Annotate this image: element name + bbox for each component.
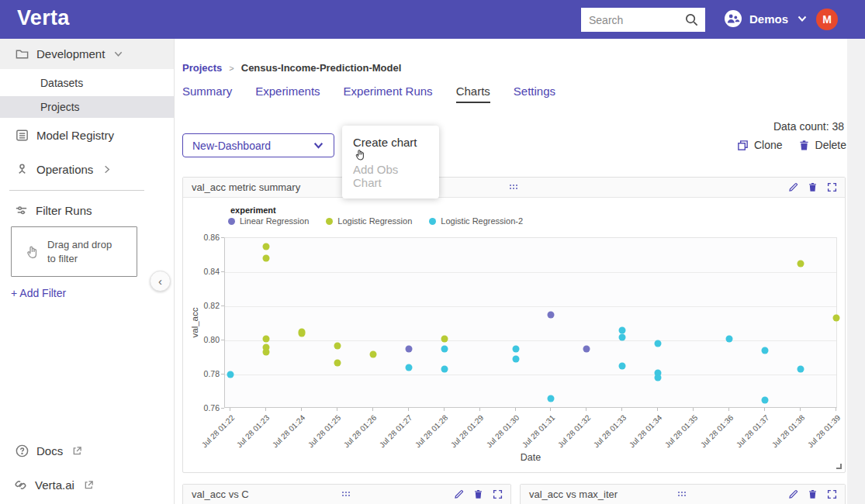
sidebar-item-model-registry[interactable]: Model Registry <box>0 123 174 147</box>
chart-title: val_acc vs C <box>183 488 249 500</box>
data-point[interactable] <box>762 347 769 354</box>
data-point[interactable] <box>619 333 626 340</box>
dashboard-actions: Clone Delete <box>737 139 846 151</box>
data-point[interactable] <box>262 255 269 262</box>
data-point[interactable] <box>655 340 662 347</box>
sidebar: Development Datasets Projects Model Regi… <box>0 39 175 504</box>
data-point[interactable] <box>262 335 269 342</box>
data-point[interactable] <box>655 375 662 381</box>
data-point[interactable] <box>405 364 412 371</box>
edit-pencil-icon[interactable] <box>788 489 798 499</box>
data-point[interactable] <box>619 363 626 370</box>
data-point[interactable] <box>298 330 305 337</box>
y-tick-mark <box>221 306 224 306</box>
sidebar-item-docs[interactable]: Docs <box>0 440 174 461</box>
legend-dot <box>228 218 235 225</box>
operations-icon <box>15 162 29 177</box>
sidebar-collapse-button[interactable]: ‹ <box>150 271 171 292</box>
edit-pencil-icon[interactable] <box>788 182 798 192</box>
folder-icon <box>15 47 29 61</box>
x-axis-labels: Jul 28 01:22Jul 28 01:23Jul 28 01:24Jul … <box>224 408 837 454</box>
legend-item[interactable]: Logistic Regression-2 <box>429 216 523 226</box>
sidebar-item-label: Operations <box>36 163 93 176</box>
data-point[interactable] <box>227 371 234 378</box>
filter-runs-label: Filter Runs <box>36 204 92 217</box>
chart-panel-val-acc-vs-c: val_acc vs C <box>182 484 511 504</box>
tab-charts[interactable]: Charts <box>456 85 490 103</box>
workspace-selector[interactable]: Demos <box>724 9 808 28</box>
breadcrumb: Projects > Census-Income-Prediction-Mode… <box>182 62 401 74</box>
drag-handle-icon[interactable] <box>342 492 351 498</box>
scroll-gutter[interactable] <box>847 39 865 504</box>
data-point[interactable] <box>512 346 519 353</box>
help-circle-icon <box>15 444 29 458</box>
search-box[interactable] <box>581 8 705 32</box>
tab-summary[interactable]: Summary <box>182 85 232 103</box>
search-icon[interactable] <box>684 12 699 27</box>
x-axis-title: Date <box>521 452 541 463</box>
data-point[interactable] <box>512 356 519 363</box>
x-tick-mark <box>657 408 658 411</box>
data-point[interactable] <box>369 350 376 357</box>
drag-handle-icon[interactable] <box>678 492 687 498</box>
expand-icon[interactable] <box>827 489 837 499</box>
delete-chart-icon[interactable] <box>808 489 818 499</box>
tab-experiment-runs[interactable]: Experiment Runs <box>344 85 433 103</box>
dashboard-select[interactable]: New-Dashboard <box>182 133 334 157</box>
data-point[interactable] <box>262 243 269 250</box>
tab-settings[interactable]: Settings <box>514 85 555 103</box>
y-tick-mark <box>221 271 224 272</box>
sidebar-item-datasets[interactable]: Datasets <box>0 69 174 96</box>
sidebar-item-operations[interactable]: Operations <box>0 157 174 181</box>
sidebar-item-development[interactable]: Development <box>0 39 174 69</box>
gridline <box>225 375 836 375</box>
legend-item[interactable]: Linear Regression <box>228 216 309 226</box>
data-point[interactable] <box>405 346 412 353</box>
delete-chart-icon[interactable] <box>473 489 483 499</box>
data-point[interactable] <box>441 346 448 353</box>
add-filter-link[interactable]: + Add Filter <box>11 287 66 299</box>
edit-pencil-icon[interactable] <box>454 489 464 499</box>
tab-experiments[interactable]: Experiments <box>255 85 320 103</box>
data-point[interactable] <box>726 335 733 342</box>
data-point[interactable] <box>441 335 448 342</box>
sidebar-item-projects[interactable]: Projects <box>0 96 174 118</box>
docs-label: Docs <box>36 444 63 457</box>
data-count: Data count: 38 <box>773 120 844 133</box>
panel-resize-handle[interactable] <box>836 464 842 469</box>
breadcrumb-projects-link[interactable]: Projects <box>182 62 222 74</box>
sidebar-item-verta-ai[interactable]: Verta.ai <box>0 474 174 495</box>
clone-button[interactable]: Clone <box>737 139 783 151</box>
data-point[interactable] <box>262 349 269 356</box>
data-point[interactable] <box>762 397 769 404</box>
avatar-initial: M <box>822 13 832 26</box>
chart-title: val_acc metric summary <box>183 181 300 193</box>
delete-chart-icon[interactable] <box>808 182 818 192</box>
data-point[interactable] <box>619 326 626 333</box>
chart-panel-val-acc-summary: val_acc metric summary experiment Linear… <box>182 177 846 473</box>
drag-handle-icon[interactable] <box>510 185 519 191</box>
data-point[interactable] <box>334 359 341 366</box>
legend-item[interactable]: Logistic Regression <box>326 216 412 226</box>
data-point[interactable] <box>334 342 341 349</box>
x-tick-mark <box>586 408 586 411</box>
y-tick-label: 0.84 <box>189 267 220 276</box>
filter-dropzone[interactable]: Drag and drop to filter <box>11 226 137 277</box>
data-point[interactable] <box>798 366 804 373</box>
data-point[interactable] <box>441 366 448 373</box>
data-point[interactable] <box>548 395 555 402</box>
expand-icon[interactable] <box>493 489 503 499</box>
x-tick-mark <box>836 408 836 411</box>
data-point[interactable] <box>548 312 555 319</box>
expand-icon[interactable] <box>827 182 837 192</box>
data-point[interactable] <box>583 346 590 353</box>
legend-label: Logistic Regression <box>337 216 412 226</box>
delete-button[interactable]: Delete <box>798 139 846 151</box>
breadcrumb-separator: > <box>229 64 234 73</box>
sidebar-divider <box>9 190 144 191</box>
data-point[interactable] <box>833 315 840 322</box>
x-tick-mark <box>372 408 373 411</box>
plot-area <box>224 237 837 408</box>
data-point[interactable] <box>798 261 804 268</box>
user-avatar[interactable]: M <box>816 9 838 30</box>
